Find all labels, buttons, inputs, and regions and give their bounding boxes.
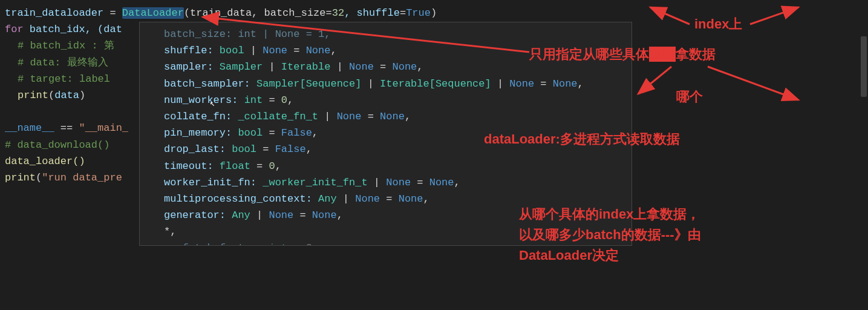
annotation-text: 只用指定从哪些具体口口拿数据 [529,44,716,65]
annotation-text: 哪个 [676,86,703,107]
dataloader-call: DataLoader [122,7,184,19]
annotation-text: DataLoader决定 [519,245,619,266]
annotation-text: 以及哪多少batch的数据---》由 [519,224,701,245]
annotation-text: dataLoader:多进程方式读取数据 [484,128,680,150]
scrollbar-thumb[interactable] [861,36,867,97]
annotation-text: index上 [694,13,742,35]
annotation-text: 从哪个具体的index上拿数据， [519,203,700,225]
